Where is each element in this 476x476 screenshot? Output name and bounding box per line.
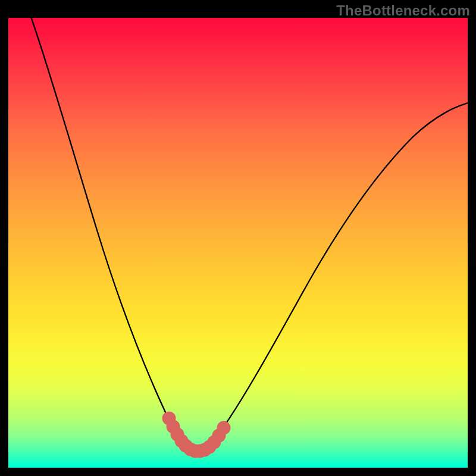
chart-stage: TheBottleneck.com — [0, 0, 476, 476]
watermark-text: TheBottleneck.com — [336, 2, 470, 19]
gradient-plot-area — [8, 18, 468, 468]
